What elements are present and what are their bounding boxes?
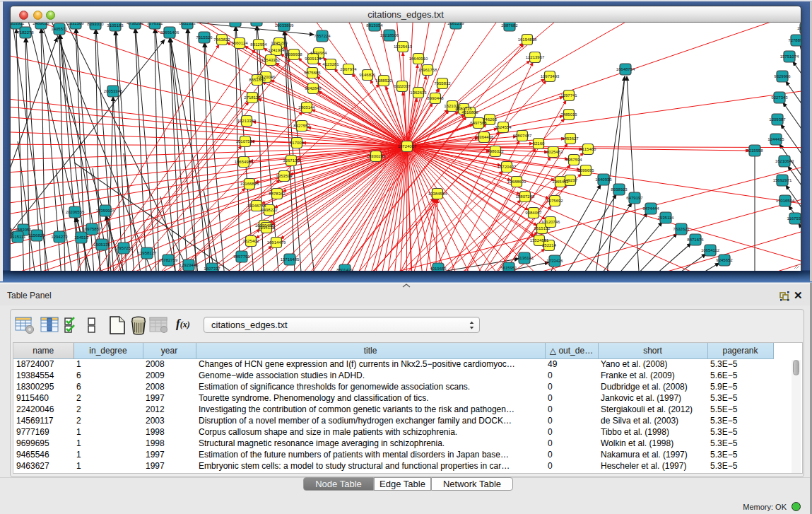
- svg-text:20206555: 20206555: [66, 210, 85, 214]
- svg-text:19384554: 19384554: [428, 192, 447, 196]
- svg-text:18300295: 18300295: [367, 154, 386, 158]
- svg-text:149237: 149237: [563, 178, 578, 182]
- svg-text:3215958: 3215958: [746, 148, 763, 153]
- svg-text:2935114: 2935114: [658, 216, 675, 220]
- svg-text:11325419: 11325419: [394, 45, 413, 49]
- svg-text:9242848: 9242848: [305, 86, 322, 90]
- svg-text:7485015: 7485015: [560, 112, 577, 117]
- svg-text:3745299: 3745299: [271, 41, 288, 45]
- svg-text:9699695: 9699695: [577, 168, 594, 173]
- svg-text:17016504: 17016504: [776, 199, 795, 203]
- svg-text:1583051: 1583051: [15, 228, 32, 232]
- svg-text:17957255: 17957255: [114, 246, 134, 250]
- svg-text:1405571: 1405571: [51, 27, 68, 31]
- svg-text:2087682: 2087682: [501, 23, 518, 28]
- svg-text:16154838: 16154838: [518, 37, 537, 42]
- svg-text:8501429: 8501429: [336, 268, 353, 271]
- svg-text:18724007: 18724007: [398, 144, 417, 148]
- svg-text:8651850: 8651850: [249, 78, 266, 82]
- svg-text:1353594: 1353594: [276, 174, 293, 178]
- svg-text:7986322: 7986322: [487, 149, 504, 153]
- svg-text:1733426: 1733426: [546, 259, 563, 263]
- svg-text:9245652: 9245652: [716, 258, 733, 262]
- svg-text:2294131: 2294131: [258, 226, 275, 230]
- svg-text:9857791: 9857791: [233, 255, 250, 259]
- svg-text:1607337: 1607337: [204, 267, 220, 271]
- svg-text:4303911: 4303911: [11, 23, 25, 25]
- svg-text:15751074: 15751074: [780, 54, 799, 59]
- svg-text:1588520: 1588520: [375, 78, 392, 83]
- svg-text:7515526: 7515526: [196, 35, 213, 40]
- svg-text:8813054: 8813054: [366, 23, 383, 28]
- svg-text:10807487: 10807487: [513, 134, 532, 138]
- svg-text:9660124: 9660124: [231, 41, 248, 45]
- svg-text:18807249: 18807249: [516, 194, 535, 199]
- svg-text:7955812: 7955812: [434, 81, 451, 86]
- svg-text:10975857: 10975857: [83, 227, 102, 231]
- svg-text:4738299: 4738299: [126, 23, 143, 25]
- svg-text:8878342: 8878342: [269, 192, 286, 196]
- svg-text:9084067: 9084067: [525, 211, 542, 215]
- svg-text:13958127: 13958127: [138, 251, 157, 255]
- svg-text:1615152: 1615152: [534, 226, 551, 230]
- svg-text:16648754: 16648754: [616, 67, 635, 71]
- svg-text:9146821: 9146821: [359, 73, 376, 77]
- svg-text:4516808: 4516808: [461, 110, 478, 115]
- svg-text:1640935: 1640935: [595, 177, 612, 182]
- svg-text:10025453: 10025453: [544, 150, 563, 154]
- svg-text:7376311: 7376311: [147, 23, 164, 25]
- svg-text:3267130: 3267130: [283, 158, 300, 163]
- svg-text:7663822: 7663822: [213, 37, 230, 42]
- svg-text:12213369: 12213369: [237, 119, 257, 123]
- svg-text:2870831: 2870831: [797, 26, 801, 30]
- svg-text:4123281: 4123281: [322, 62, 339, 66]
- svg-text:2489638: 2489638: [33, 23, 49, 25]
- svg-text:1294273: 1294273: [51, 235, 68, 239]
- svg-text:16210643: 16210643: [775, 159, 794, 163]
- svg-text:16782759: 16782759: [159, 258, 178, 262]
- svg-text:1331509: 1331509: [67, 23, 84, 25]
- svg-text:154519: 154519: [74, 235, 89, 240]
- svg-text:10654112: 10654112: [701, 248, 720, 252]
- svg-text:19654983: 19654983: [235, 160, 254, 164]
- svg-text:9115460: 9115460: [580, 147, 597, 151]
- svg-text:8427552: 8427552: [293, 124, 310, 128]
- svg-text:7632621: 7632621: [673, 227, 690, 231]
- svg-text:6479197: 6479197: [626, 196, 643, 200]
- svg-text:3178108: 3178108: [227, 23, 244, 23]
- svg-text:15716485: 15716485: [281, 257, 300, 262]
- svg-text:5875685: 5875685: [304, 71, 321, 75]
- svg-text:16543362: 16543362: [261, 58, 281, 62]
- svg-text:2803144: 2803144: [298, 105, 315, 110]
- svg-text:10107554: 10107554: [236, 139, 255, 144]
- svg-text:10120746: 10120746: [541, 220, 560, 224]
- svg-text:10033809: 10033809: [275, 23, 294, 28]
- svg-text:8699938: 8699938: [286, 52, 302, 57]
- svg-text:1241904: 1241904: [268, 48, 285, 52]
- svg-text:17359924: 17359924: [96, 209, 115, 213]
- svg-text:1505135: 1505135: [93, 243, 110, 247]
- svg-text:7182278: 7182278: [17, 30, 34, 35]
- svg-text:20364436: 20364436: [475, 135, 494, 139]
- svg-text:20691406: 20691406: [160, 30, 180, 35]
- svg-text:15720407: 15720407: [498, 165, 517, 169]
- svg-text:8912954: 8912954: [250, 42, 267, 47]
- svg-text:1297741: 1297741: [560, 93, 577, 98]
- svg-text:3624554: 3624554: [495, 125, 512, 129]
- svg-text:19166825: 19166825: [240, 182, 259, 186]
- svg-text:4278680: 4278680: [11, 231, 14, 235]
- svg-text:7278895: 7278895: [788, 38, 801, 42]
- svg-text:9909133: 9909133: [305, 57, 322, 61]
- svg-text:6322037: 6322037: [394, 84, 411, 88]
- svg-text:8393010: 8393010: [87, 23, 104, 26]
- svg-text:8938923: 8938923: [611, 187, 628, 192]
- svg-text:1167533: 1167533: [787, 216, 801, 221]
- svg-text:9227343: 9227343: [771, 95, 788, 100]
- svg-text:8471676: 8471676: [687, 238, 704, 242]
- svg-text:252214: 252214: [542, 243, 557, 247]
- svg-text:7625402: 7625402: [242, 239, 259, 243]
- svg-text:6774964: 6774964: [310, 51, 327, 55]
- svg-text:4019655: 4019655: [430, 267, 447, 271]
- svg-text:16914479: 16914479: [267, 240, 286, 245]
- svg-text:746266: 746266: [483, 117, 498, 122]
